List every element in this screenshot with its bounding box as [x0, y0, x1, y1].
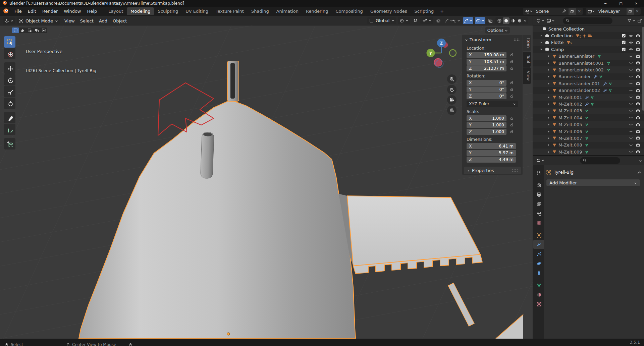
expand-arrow[interactable]: [547, 102, 551, 106]
viewport-3d[interactable]: Object Mode ViewSelectAddObject Global: [0, 16, 533, 339]
blender-logo-icon[interactable]: [3, 8, 9, 15]
disable-render-toggle[interactable]: [634, 136, 641, 140]
sidebar-tab-item[interactable]: Item: [523, 35, 531, 51]
expand-arrow[interactable]: [547, 75, 551, 78]
disable-render-toggle[interactable]: [634, 47, 641, 52]
properties-editor-type-button[interactable]: [536, 158, 544, 163]
show-gizmo-toggle[interactable]: [463, 17, 473, 24]
hide-eye-closed-toggle[interactable]: [627, 88, 634, 93]
properties-tab-texture[interactable]: [533, 299, 544, 308]
disable-render-toggle[interactable]: [634, 34, 641, 38]
tool-rotate[interactable]: [4, 74, 15, 85]
exclude-checkbox[interactable]: [620, 47, 627, 52]
properties-tab-data[interactable]: [533, 280, 544, 290]
outliner-row[interactable]: Bannerständer.001: [533, 80, 644, 87]
tent-post[interactable]: [201, 132, 214, 178]
number-field[interactable]: X6.41 m: [467, 143, 516, 149]
lock-icon[interactable]: [510, 123, 514, 127]
disable-render-toggle[interactable]: [634, 81, 641, 86]
sidebar-tab-tool[interactable]: Tool: [523, 52, 531, 66]
lock-icon[interactable]: [510, 80, 514, 85]
expand-arrow[interactable]: [547, 123, 551, 126]
shading-wireframe-button[interactable]: [496, 17, 503, 24]
outliner-row[interactable]: Bannerständer: [533, 73, 644, 80]
outliner-item-name[interactable]: M-Zelt.009: [558, 150, 582, 155]
properties-tab-object[interactable]: [533, 230, 544, 240]
select-mode-set[interactable]: [12, 27, 19, 33]
pin-icon[interactable]: [560, 8, 568, 15]
remove-view-layer-button[interactable]: ✕: [634, 8, 641, 15]
camera-view-button[interactable]: [447, 95, 457, 105]
number-field[interactable]: Y108.51 m: [467, 59, 506, 65]
tool-transform[interactable]: [4, 98, 15, 109]
pivot-dropdown[interactable]: [398, 17, 410, 24]
number-field[interactable]: Y5.97 m: [467, 150, 516, 156]
expand-arrow[interactable]: [539, 41, 544, 44]
expand-arrow[interactable]: [547, 109, 551, 113]
platform-strut[interactable]: [448, 283, 474, 326]
expand-arrow[interactable]: [547, 150, 551, 154]
disable-render-toggle[interactable]: [634, 95, 641, 100]
outliner-item-name[interactable]: Scene Collection: [548, 26, 585, 32]
hide-eye-closed-toggle[interactable]: [627, 122, 634, 127]
workspace-tab-layout[interactable]: Layout: [105, 7, 127, 15]
menu-window[interactable]: Window: [61, 8, 84, 15]
xray-toggle[interactable]: [487, 17, 494, 24]
transform-panel-header[interactable]: Transform: [462, 35, 523, 44]
workspace-tab-shading[interactable]: Shading: [248, 7, 273, 15]
workspace-tab-texture-paint[interactable]: Texture Paint: [212, 7, 248, 15]
pin-icon[interactable]: [637, 170, 641, 175]
properties-tab-physics[interactable]: [533, 258, 544, 268]
properties-collapsed-panel[interactable]: Properties: [464, 167, 521, 174]
properties-tab-particles[interactable]: [533, 249, 544, 258]
outliner-row[interactable]: Flotte9: [533, 39, 644, 46]
viewport-menu-view[interactable]: View: [62, 17, 77, 24]
expand-arrow[interactable]: [547, 136, 551, 140]
expand-arrow[interactable]: [547, 96, 551, 99]
hide-eye-closed-toggle[interactable]: [627, 102, 634, 106]
options-button[interactable]: Options: [485, 27, 510, 34]
outliner-row[interactable]: BannerLennister: [533, 53, 644, 60]
properties-tab-constraints[interactable]: [533, 268, 544, 277]
properties-tab-scene[interactable]: [533, 209, 544, 218]
expand-arrow[interactable]: [547, 61, 551, 65]
tool-cursor[interactable]: [4, 48, 15, 59]
object-visibility-dropdown[interactable]: [451, 17, 461, 24]
expand-arrow[interactable]: [547, 54, 551, 58]
orientation-dropdown[interactable]: Global: [367, 17, 396, 24]
outliner-item-name[interactable]: M-Zelt.006: [558, 129, 582, 134]
disable-render-toggle[interactable]: [634, 109, 641, 113]
panel-grip[interactable]: [514, 38, 520, 41]
hide-eye-closed-toggle[interactable]: [627, 109, 634, 113]
outliner-row[interactable]: Camp: [533, 46, 644, 53]
delete-scene-button[interactable]: ✕: [576, 8, 583, 15]
hide-eye-toggle[interactable]: [627, 40, 634, 45]
minimize-button[interactable]: ─: [598, 0, 613, 7]
select-mode-extend[interactable]: [19, 27, 26, 33]
disable-render-toggle[interactable]: [634, 40, 641, 45]
shading-rendered-button[interactable]: [516, 17, 523, 24]
disable-render-toggle[interactable]: [634, 54, 641, 59]
lock-icon[interactable]: [510, 129, 514, 134]
tool-scale[interactable]: [4, 86, 15, 97]
tool-measure[interactable]: [4, 124, 15, 135]
outliner-item-name[interactable]: M-Zelt.005: [558, 122, 582, 127]
properties-tab-world[interactable]: [533, 218, 544, 227]
navigation-gizmo[interactable]: Z Y: [425, 34, 458, 70]
outliner-item-name[interactable]: Flotte: [551, 40, 564, 45]
menu-render[interactable]: Render: [39, 8, 61, 15]
properties-search-input[interactable]: [580, 157, 620, 164]
hide-eye-closed-toggle[interactable]: [627, 143, 634, 148]
pan-button[interactable]: [447, 85, 457, 94]
lock-icon[interactable]: [510, 87, 514, 92]
outliner-item-name[interactable]: Collection: [551, 33, 573, 38]
number-field[interactable]: Z2.1337 m: [467, 65, 506, 71]
outliner-item-name[interactable]: M-Zelt.007: [558, 136, 582, 141]
number-field[interactable]: X0°: [467, 80, 506, 86]
lock-icon[interactable]: [510, 66, 514, 70]
select-mode-subtract[interactable]: [26, 27, 33, 33]
perspective-toggle-button[interactable]: [447, 106, 457, 115]
tool-add-cube[interactable]: [4, 138, 15, 150]
number-field[interactable]: X1.000: [467, 115, 506, 121]
mode-selector[interactable]: Object Mode: [17, 17, 60, 24]
